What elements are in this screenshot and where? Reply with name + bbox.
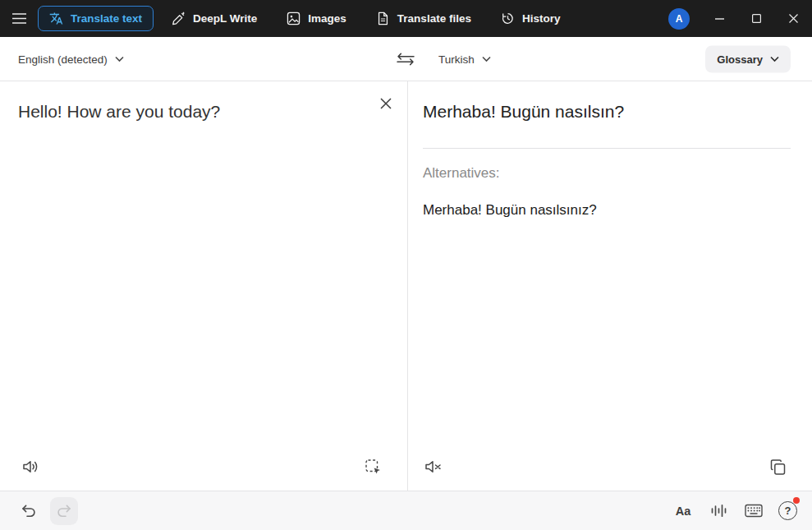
close-button[interactable] <box>775 0 812 37</box>
glossary-button[interactable]: Glossary <box>705 45 791 72</box>
image-icon <box>287 12 300 25</box>
help-button[interactable]: ? <box>778 501 797 520</box>
titlebar-right: A <box>668 0 812 37</box>
font-size-button[interactable]: Aa <box>669 497 697 525</box>
clear-source-button[interactable] <box>374 92 397 115</box>
hamburger-icon <box>12 13 26 24</box>
tab-translate-files[interactable]: Translate files <box>365 6 483 31</box>
close-icon <box>789 14 798 23</box>
source-language-label: English (detected) <box>18 53 108 65</box>
tab-label: History <box>522 12 561 25</box>
tab-images[interactable]: Images <box>275 6 358 31</box>
minimize-button[interactable] <box>701 0 738 37</box>
target-panel: Merhaba! Bugün nasılsın? Alternatives: M… <box>408 81 812 491</box>
listen-source-button[interactable] <box>18 454 44 480</box>
translate-text-icon <box>49 12 63 25</box>
menu-button[interactable] <box>0 0 38 37</box>
select-text-icon <box>365 459 382 476</box>
glossary-label: Glossary <box>717 53 763 65</box>
alternatives-label: Alternatives: <box>423 165 791 182</box>
account-avatar[interactable]: A <box>668 8 690 30</box>
bottom-toolbar: Aa ? <box>0 491 812 530</box>
source-language-selector[interactable]: English (detected) <box>18 53 124 65</box>
tab-translate-text[interactable]: Translate text <box>38 6 154 31</box>
alternative-item[interactable]: Merhaba! Bugün nasılsınız? <box>423 202 791 219</box>
listen-target-button[interactable] <box>420 454 446 480</box>
target-language-selector[interactable]: Turkish <box>438 53 491 65</box>
main-tabs: Translate text DeepL Write Images Transl… <box>38 0 571 37</box>
titlebar: Translate text DeepL Write Images Transl… <box>0 0 812 37</box>
select-text-button[interactable] <box>360 454 386 480</box>
undo-icon <box>21 504 37 518</box>
tab-label: Translate files <box>397 12 471 25</box>
target-body: Merhaba! Bugün nasılsın? Alternatives: M… <box>408 81 812 219</box>
chevron-down-icon <box>770 56 779 62</box>
font-size-label: Aa <box>676 505 691 518</box>
history-icon <box>501 12 515 25</box>
tab-label: Images <box>308 12 346 25</box>
avatar-letter: A <box>676 13 683 25</box>
chevron-down-icon <box>482 56 491 62</box>
chevron-down-icon <box>115 56 124 62</box>
bottom-toolbar-right: Aa ? <box>669 497 797 525</box>
keyboard-icon <box>745 504 763 518</box>
translation-panels: Hello! How are you today? Merhaba! Bu <box>0 81 812 491</box>
tab-label: DeepL Write <box>193 12 257 25</box>
redo-icon <box>56 504 72 518</box>
speaker-icon <box>22 459 40 475</box>
speaker-muted-icon <box>424 459 442 475</box>
copy-icon <box>769 459 787 476</box>
deepl-app-window: Translate text DeepL Write Images Transl… <box>0 0 812 530</box>
waveform-icon <box>711 504 727 518</box>
language-bar: English (detected) Turkish Glossary <box>0 37 812 81</box>
maximize-button[interactable] <box>738 0 775 37</box>
tab-deepl-write[interactable]: DeepL Write <box>160 6 268 31</box>
keyboard-button[interactable] <box>740 497 768 525</box>
swap-languages-button[interactable] <box>392 46 419 72</box>
voice-input-button[interactable] <box>704 497 732 525</box>
swap-arrows-icon <box>397 53 415 66</box>
redo-button[interactable] <box>50 497 78 525</box>
clear-x-icon <box>380 98 392 109</box>
source-text-input[interactable]: Hello! How are you today? <box>0 81 407 122</box>
translated-text[interactable]: Merhaba! Bugün nasılsın? <box>423 100 791 122</box>
source-panel: Hello! How are you today? <box>0 81 408 491</box>
notification-dot <box>793 497 800 504</box>
help-label: ? <box>785 505 791 517</box>
copy-translation-button[interactable] <box>764 454 791 480</box>
tab-label: Translate text <box>71 12 142 25</box>
document-icon <box>376 12 390 25</box>
pen-sparkle-icon <box>172 12 186 25</box>
alternatives-divider <box>423 148 791 149</box>
tab-history[interactable]: History <box>489 6 572 31</box>
minimize-icon <box>715 18 724 20</box>
undo-button[interactable] <box>15 497 43 525</box>
maximize-icon <box>752 14 761 23</box>
target-language-label: Turkish <box>438 53 475 65</box>
